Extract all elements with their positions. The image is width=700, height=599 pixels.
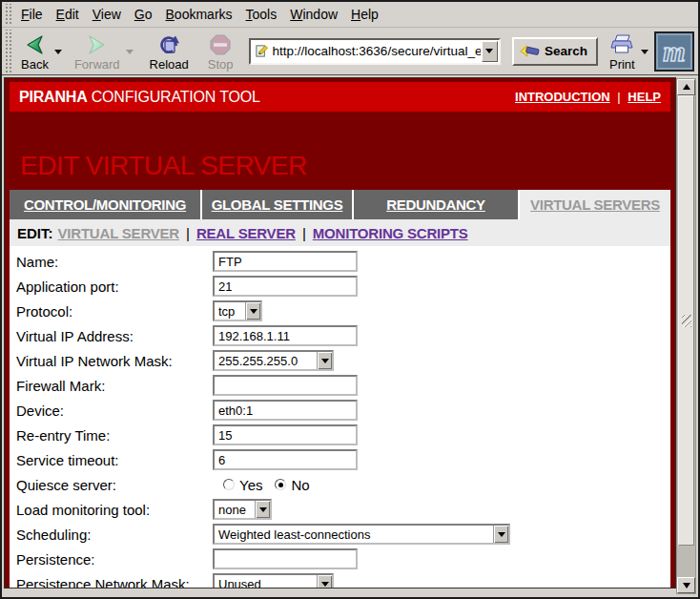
tab-global-settings[interactable]: GLOBAL SETTINGS — [202, 190, 352, 219]
service-timeout-input[interactable] — [213, 449, 358, 470]
subnav-links: VIRTUAL SERVER|REAL SERVER|MONITORING SC… — [58, 225, 468, 241]
reload-label: Reload — [150, 57, 189, 72]
scheduling-selected-value: Weighted least-connections — [215, 526, 493, 543]
forward-arrow-icon — [85, 32, 110, 57]
forward-history-dropdown-icon[interactable] — [126, 50, 134, 58]
help-link[interactable]: HELP — [628, 90, 661, 104]
app-title-brand: PIRANHA — [19, 89, 88, 105]
form-row-persistence-network-mask: Persistence Network Mask:Unused — [16, 571, 670, 588]
back-history-dropdown-icon[interactable] — [54, 50, 62, 58]
page-title: EDIT VIRTUAL SERVER — [20, 150, 675, 181]
persistence-network-mask-label: Persistence Network Mask: — [16, 576, 213, 589]
subnav-link-monitoring-scripts[interactable]: MONITORING SCRIPTS — [313, 225, 468, 241]
persistence-input[interactable] — [213, 548, 358, 569]
radio-label: Yes — [239, 477, 262, 493]
name-input[interactable] — [213, 251, 358, 272]
menu-bookmarks[interactable]: Bookmarks — [159, 4, 239, 25]
virtual-ip-network-mask-selected-value: 255.255.255.0 — [215, 352, 317, 369]
scheduling-select[interactable]: Weighted least-connections — [213, 524, 510, 545]
name-label: Name: — [16, 254, 213, 270]
subnav: EDIT: VIRTUAL SERVER|REAL SERVER|MONITOR… — [10, 219, 670, 246]
print-dropdown-icon[interactable] — [641, 50, 649, 58]
tab-control-monitoring[interactable]: CONTROL/MONITORING — [10, 190, 200, 219]
url-input[interactable] — [272, 44, 482, 58]
print-label: Print — [609, 57, 635, 72]
tab-bar: CONTROL/MONITORINGGLOBAL SETTINGSREDUNDA… — [10, 190, 670, 219]
menubar-grip-handle[interactable] — [4, 4, 11, 25]
form-row-scheduling: Scheduling:Weighted least-connections — [16, 522, 670, 547]
stop-label: Stop — [208, 57, 234, 72]
forward-button[interactable]: Forward — [70, 31, 125, 72]
back-arrow-icon — [22, 32, 47, 57]
menu-view[interactable]: View — [86, 4, 128, 25]
tab-label: CONTROL/MONITORING — [24, 196, 186, 213]
toolbar-grip-handle[interactable] — [4, 30, 11, 72]
subnav-separator: | — [302, 225, 306, 241]
virtual-ip-network-mask-select[interactable]: 255.255.255.0 — [213, 350, 334, 371]
printer-icon — [609, 32, 634, 57]
tab-label: GLOBAL SETTINGS — [212, 196, 343, 213]
tab-label: VIRTUAL SERVERS — [530, 196, 660, 213]
load-monitoring-tool-select[interactable]: none — [213, 499, 272, 520]
protocol-select[interactable]: tcp — [213, 300, 262, 321]
flashlight-search-icon — [520, 43, 541, 59]
url-dropdown-button[interactable] — [482, 41, 498, 62]
re-entry-time-input[interactable] — [213, 424, 358, 445]
back-button[interactable]: Back — [16, 31, 53, 72]
subnav-separator: | — [186, 225, 190, 241]
tab-redundancy[interactable]: REDUNDANCY — [354, 190, 518, 219]
scroll-up-button[interactable] — [677, 79, 695, 95]
quiesce-server-label: Quiesce server: — [16, 477, 213, 493]
arrow-up-icon — [683, 80, 690, 90]
reload-button[interactable]: Reload — [145, 31, 194, 72]
vertical-scrollbar[interactable] — [676, 78, 696, 594]
stop-button[interactable]: Stop — [203, 31, 238, 72]
service-timeout-label: Service timeout: — [16, 452, 213, 468]
re-entry-time-label: Re-entry Time: — [16, 427, 213, 444]
menu-window[interactable]: Window — [283, 4, 344, 25]
device-input[interactable] — [213, 400, 358, 421]
tab-virtual-servers[interactable]: VIRTUAL SERVERS — [520, 190, 670, 219]
quiesce-server-radio-yes[interactable]: Yes — [223, 477, 262, 493]
load-monitoring-tool-label: Load monitoring tool: — [16, 502, 213, 518]
mozilla-logo-button[interactable]: m — [654, 31, 694, 72]
search-button[interactable]: Search — [512, 37, 598, 66]
form-row-virtual-ip-network-mask: Virtual IP Network Mask:255.255.255.0 — [16, 348, 670, 373]
scrollbar-thumb[interactable] — [678, 95, 694, 546]
firewall-mark-input[interactable] — [213, 375, 358, 396]
forward-group: Forward — [70, 31, 137, 72]
scroll-down-button[interactable] — [677, 577, 695, 593]
print-button[interactable]: Print — [605, 31, 640, 72]
content-area: PIRANHA CONFIGURATION TOOL INTRODUCTION … — [4, 77, 696, 595]
dropdown-arrow-icon — [317, 575, 332, 588]
menu-bar-items: FileEditViewGoBookmarksToolsWindowHelp — [14, 4, 385, 25]
piranha-header-bar: PIRANHA CONFIGURATION TOOL INTRODUCTION … — [10, 82, 670, 112]
menu-file[interactable]: File — [14, 4, 50, 25]
content-panel: CONTROL/MONITORINGGLOBAL SETTINGSREDUNDA… — [10, 190, 670, 588]
menu-help[interactable]: Help — [344, 4, 385, 25]
form-row-virtual-ip-address: Virtual IP Address: — [16, 323, 670, 348]
menu-edit[interactable]: Edit — [50, 4, 86, 25]
virtual-ip-address-input[interactable] — [213, 325, 358, 346]
form-row-device: Device: — [16, 398, 670, 423]
dropdown-arrow-icon — [317, 352, 332, 369]
navigation-toolbar: Back Forward Reload — [2, 28, 698, 75]
application-port-input[interactable] — [213, 276, 358, 297]
menu-go[interactable]: Go — [128, 4, 159, 25]
introduction-link[interactable]: INTRODUCTION — [515, 90, 610, 104]
subnav-link-real-server[interactable]: REAL SERVER — [196, 225, 296, 241]
persistence-network-mask-select[interactable]: Unused — [213, 573, 334, 588]
form-row-service-timeout: Service timeout: — [16, 447, 670, 472]
subnav-link-virtual-server[interactable]: VIRTUAL SERVER — [58, 225, 180, 241]
quiesce-server-radio-no[interactable]: No — [275, 477, 309, 493]
device-label: Device: — [16, 403, 213, 419]
arrow-down-icon — [683, 583, 690, 592]
form-row-re-entry-time: Re-entry Time: — [16, 423, 670, 447]
page-bookmark-icon[interactable] — [255, 44, 269, 58]
menu-tools[interactable]: Tools — [239, 4, 284, 25]
browser-window: FileEditViewGoBookmarksToolsWindowHelp B… — [0, 0, 700, 599]
form-row-protocol: Protocol:tcp — [16, 299, 670, 323]
stop-icon — [208, 32, 233, 57]
subnav-prefix: EDIT: — [17, 225, 53, 241]
url-bar — [249, 38, 501, 65]
